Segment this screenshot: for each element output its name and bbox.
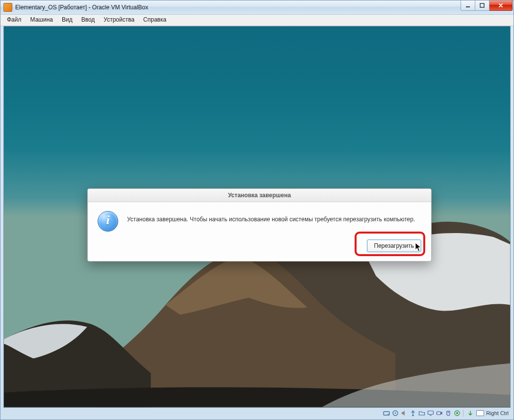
hostkey-indicator[interactable]: Right Ctrl — [465, 409, 509, 417]
svg-rect-0 — [466, 6, 470, 7]
svg-rect-2 — [384, 412, 389, 415]
optical-disc-icon[interactable] — [391, 409, 399, 417]
menu-machine[interactable]: Машина — [26, 15, 57, 26]
virtualbox-window: Elementary_OS [Работает] - Oracle VM Vir… — [0, 0, 514, 420]
dialog-title[interactable]: Установка завершена — [88, 189, 431, 202]
svg-point-5 — [395, 413, 396, 414]
shared-folder-icon[interactable] — [418, 409, 426, 417]
hostkey-arrow-icon — [466, 409, 474, 417]
menu-view[interactable]: Вид — [57, 15, 77, 26]
status-divider — [463, 410, 463, 417]
menu-devices[interactable]: Устройства — [99, 15, 139, 26]
svg-rect-7 — [437, 412, 441, 415]
info-icon — [98, 211, 118, 232]
virtualbox-app-icon — [3, 3, 12, 12]
svg-rect-6 — [428, 411, 434, 415]
menubar: Файл Машина Вид Ввод Устройства Справка — [0, 15, 514, 26]
keyboard-capture-icon[interactable] — [453, 409, 461, 417]
maximize-button[interactable] — [475, 0, 489, 11]
install-complete-dialog: Установка завершена Установка завершена.… — [87, 188, 432, 262]
minimize-button[interactable] — [461, 0, 475, 11]
menu-help[interactable]: Справка — [139, 15, 171, 26]
dialog-message: Установка завершена. Чтобы начать исполь… — [127, 211, 415, 223]
hostkey-label: Right Ctrl — [486, 410, 509, 416]
display-icon[interactable] — [427, 409, 435, 417]
titlebar[interactable]: Elementary_OS [Работает] - Oracle VM Vir… — [0, 0, 514, 15]
restart-button[interactable]: Перезагрузить — [367, 239, 421, 252]
menu-input[interactable]: Ввод — [77, 15, 100, 26]
svg-rect-1 — [480, 3, 484, 7]
vm-display[interactable]: Установка завершена Установка завершена.… — [3, 26, 511, 408]
statusbar: Right Ctrl — [3, 409, 511, 418]
mouse-integration-icon[interactable] — [444, 409, 452, 417]
usb-icon[interactable] — [409, 409, 417, 417]
window-controls — [461, 0, 513, 10]
menu-file[interactable]: Файл — [2, 15, 26, 26]
svg-point-3 — [388, 414, 389, 415]
harddisk-icon[interactable] — [383, 409, 390, 417]
close-button[interactable] — [489, 0, 513, 11]
keyboard-icon — [476, 410, 484, 416]
window-title: Elementary_OS [Работает] - Oracle VM Vir… — [15, 4, 148, 11]
video-capture-icon[interactable] — [436, 409, 443, 417]
audio-icon[interactable] — [400, 409, 408, 417]
